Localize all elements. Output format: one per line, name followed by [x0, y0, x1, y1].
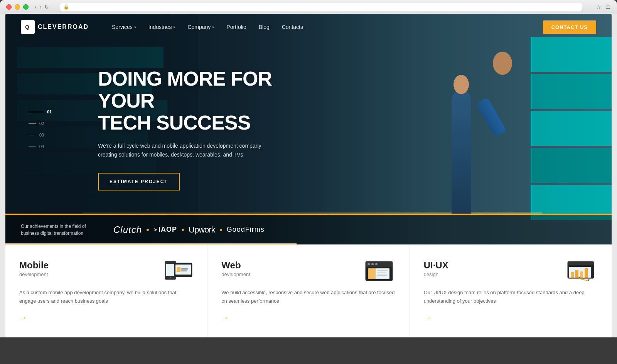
svg-rect-8 — [181, 268, 188, 270]
maximize-button[interactable] — [23, 4, 29, 10]
service-mobile-card: Mobile development — [5, 244, 207, 337]
svg-rect-18 — [377, 270, 388, 271]
hero-section: Q CLEVERROAD Services ▾ Industries ▾ — [5, 14, 612, 244]
service-mobile-subtitle: development — [19, 271, 157, 277]
lock-icon: 🔒 — [63, 4, 69, 10]
website-content: Q CLEVERROAD Services ▾ Industries ▾ — [5, 14, 612, 337]
chevron-down-icon: ▾ — [212, 25, 214, 29]
svg-rect-17 — [368, 268, 376, 279]
svg-rect-25 — [571, 272, 574, 278]
contact-us-button[interactable]: CONTACT US — [543, 20, 596, 34]
hero-text: DOING MORE FOR YOUR TECH SUCCESS We're a… — [98, 68, 298, 190]
svg-rect-23 — [568, 264, 594, 265]
svg-rect-9 — [181, 270, 187, 271]
service-uiux-card: UI·UX design — [410, 244, 612, 337]
menu-icon[interactable]: ☰ — [606, 4, 611, 10]
svg-rect-7 — [177, 267, 180, 272]
svg-text:Q: Q — [25, 24, 29, 30]
nav-links: Services ▾ Industries ▾ Company ▾ Portfo… — [112, 20, 596, 34]
hero-subtitle: We're a full-cycle web and mobile applic… — [98, 142, 268, 159]
svg-rect-27 — [580, 271, 583, 278]
clutch-logo: Clutch — [113, 224, 142, 235]
svg-rect-26 — [575, 270, 578, 278]
service-web-arrow[interactable]: → — [221, 313, 229, 322]
svg-rect-28 — [585, 268, 588, 278]
traffic-lights — [6, 4, 29, 10]
nav-contacts[interactable]: Contacts — [282, 24, 303, 30]
svg-rect-20 — [377, 275, 387, 276]
mobile-icon — [164, 260, 193, 282]
address-bar[interactable]: 🔒 — [60, 3, 582, 11]
svg-point-15 — [375, 263, 378, 265]
nav-portfolio[interactable]: Portfolio — [226, 24, 246, 30]
achievement-logos: Clutch ➤ IAOP Upwork GoodFirms — [113, 224, 596, 235]
close-button[interactable] — [6, 4, 12, 10]
hero-title: DOING MORE FOR YOUR TECH SUCCESS — [98, 68, 298, 134]
browser-window: ‹ › ↻ 🔒 ☆ ☰ — [0, 0, 617, 337]
svg-line-29 — [578, 278, 588, 281]
minimize-button[interactable] — [15, 4, 20, 10]
nav-blog[interactable]: Blog — [259, 24, 270, 30]
service-mobile-arrow[interactable]: → — [19, 313, 27, 322]
toolbar-right: ☆ ☰ — [596, 4, 611, 10]
service-web-title: Web — [221, 260, 357, 271]
service-web-card: Web development — [207, 244, 410, 337]
nav-company[interactable]: Company ▾ — [187, 24, 214, 30]
separator-dot-3 — [220, 229, 222, 231]
service-uiux-arrow[interactable]: → — [424, 313, 432, 322]
chevron-down-icon: ▾ — [134, 25, 136, 29]
upwork-logo: Upwork — [189, 225, 215, 235]
hero-content: DOING MORE FOR YOUR TECH SUCCESS We're a… — [5, 14, 612, 244]
svg-rect-19 — [377, 272, 386, 273]
navbar: Q CLEVERROAD Services ▾ Industries ▾ — [5, 14, 612, 40]
service-web-desc: We build accessible, responsive and secu… — [221, 288, 395, 305]
svg-point-14 — [371, 263, 374, 265]
logo[interactable]: Q CLEVERROAD — [21, 20, 89, 34]
service-uiux-subtitle: design — [424, 271, 559, 277]
nav-industries[interactable]: Industries ▾ — [148, 24, 175, 30]
bookmark-icon[interactable]: ☆ — [596, 4, 601, 10]
iaop-logo: ➤ IAOP — [153, 226, 177, 234]
service-mobile-desc: As a custom mobile app development compa… — [19, 288, 193, 305]
service-web-subtitle: development — [221, 271, 357, 277]
logo-icon: Q — [21, 20, 35, 34]
achievements-label: Our achievements in the field of busines… — [21, 223, 90, 237]
chevron-down-icon: ▾ — [173, 25, 175, 29]
goodfirms-logo: GoodFirms — [227, 226, 265, 234]
service-uiux-desc: Our UI/UX design team relies on platform… — [424, 288, 598, 305]
svg-line-30 — [588, 279, 589, 281]
svg-point-4 — [170, 277, 171, 278]
separator-dot-1 — [147, 229, 149, 231]
achievements-bar: Our achievements in the field of busines… — [5, 214, 612, 244]
nav-services[interactable]: Services ▾ — [112, 24, 136, 30]
browser-nav-arrows: ‹ › ↻ — [35, 4, 49, 10]
web-icon — [365, 260, 396, 282]
forward-arrow-icon[interactable]: › — [40, 4, 42, 10]
services-section: Mobile development — [5, 244, 612, 337]
reload-icon[interactable]: ↻ — [44, 4, 49, 10]
separator-dot-2 — [182, 229, 184, 231]
svg-point-13 — [368, 263, 370, 265]
estimate-project-button[interactable]: ESTIMATE PROJECT — [98, 173, 180, 190]
title-bar: ‹ › ↻ 🔒 ☆ ☰ — [0, 0, 617, 14]
back-arrow-icon[interactable]: ‹ — [35, 4, 37, 10]
service-uiux-title: UI·UX — [424, 260, 559, 271]
service-mobile-title: Mobile — [19, 260, 157, 271]
svg-rect-3 — [166, 264, 175, 276]
uiux-icon — [567, 260, 598, 282]
logo-text: CLEVERROAD — [38, 24, 89, 30]
